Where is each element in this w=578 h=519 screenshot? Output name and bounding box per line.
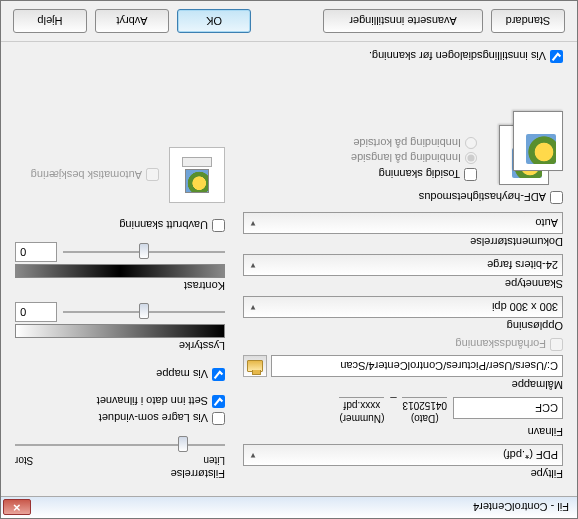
contrast-label: Kontrast: [15, 280, 225, 292]
standard-button[interactable]: Standard: [491, 9, 565, 33]
scantype-select[interactable]: 24-biters farge: [243, 254, 563, 276]
duplex-label: Tosidig skanning: [379, 169, 460, 181]
docsize-label: Dokumentstørrelse: [243, 236, 563, 248]
filename-date-meta: (Dato) 04152013: [403, 397, 448, 424]
show-settings-dialog-label: Vis innstillingsdialogen før skanning.: [369, 51, 546, 63]
insert-date-label: Sett inn dato i filnavnet: [97, 396, 208, 408]
brightness-gradient: [15, 324, 225, 338]
filename-input[interactable]: [453, 397, 563, 419]
bind-long-label: Innbinding på langside: [351, 152, 461, 164]
filesize-large-label: Stor: [15, 455, 33, 466]
resolution-label: Oppløsning: [243, 320, 563, 332]
window-title: Fil - ControlCenter4: [31, 502, 569, 514]
insert-date-checkbox[interactable]: [212, 395, 225, 408]
filesize-small-label: Liten: [203, 455, 225, 466]
cancel-button[interactable]: Avbryt: [95, 9, 169, 33]
scantype-label: Skannetype: [243, 278, 563, 290]
destination-label: Målmappe: [243, 379, 563, 391]
contrast-value[interactable]: 0: [15, 242, 57, 262]
show-saveas-label: Vis Lagre som-vinduet: [99, 413, 208, 425]
duplex-checkbox[interactable]: [464, 168, 477, 181]
show-folder-label: Vis mappe: [156, 369, 208, 381]
contrast-slider[interactable]: [63, 242, 225, 262]
continuous-scan-checkbox[interactable]: [212, 219, 225, 232]
close-icon: ✕: [13, 502, 21, 513]
prescan-label: Forhåndsskanning: [455, 339, 546, 351]
filesize-label: Filstørrelse: [15, 468, 225, 480]
bind-short-radio: [465, 137, 477, 149]
prescan-checkbox: [550, 338, 563, 351]
footer-bar: Standard Avanserte innstillinger OK Avbr…: [1, 1, 577, 42]
filetype-select[interactable]: PDF (*.pdf): [243, 444, 563, 466]
brightness-value[interactable]: 0: [15, 302, 57, 322]
id-card-icon: [182, 157, 212, 167]
adf-highspeed-checkbox[interactable]: [550, 191, 563, 204]
adf-highspeed-label: ADF-høyhastighetsmodus: [419, 192, 546, 204]
page-preview-thumbnail: [493, 115, 563, 185]
dialog-window: Fil - ControlCenter4 ✕ Filtype PDF (*.pd…: [0, 0, 578, 519]
filename-number-meta: (Nummer) xxxx.pdf: [339, 397, 384, 424]
destination-input[interactable]: [271, 355, 563, 377]
filetype-label: Filtype: [243, 468, 563, 480]
close-button[interactable]: ✕: [3, 500, 31, 516]
filesize-slider[interactable]: [15, 435, 225, 455]
bind-long-radio: [465, 152, 477, 164]
dialog-body: Filtype PDF (*.pdf) Filnavn (Dato) 04152…: [1, 67, 577, 496]
brightness-slider[interactable]: [63, 302, 225, 322]
folder-icon: [247, 360, 263, 372]
brightness-label: Lysstyrke: [15, 340, 225, 352]
docsize-select[interactable]: Auto: [243, 212, 563, 234]
contrast-gradient: [15, 264, 225, 278]
bind-short-label: Innbinding på kortside: [353, 137, 461, 149]
resolution-select[interactable]: 300 x 300 dpi: [243, 296, 563, 318]
help-button[interactable]: Hjelp: [13, 9, 87, 33]
continuous-scan-label: Uavbrutt skanning: [119, 220, 208, 232]
autocrop-label: Automatisk beskjæring: [31, 169, 142, 181]
autocrop-preview: [169, 147, 225, 203]
left-column: Filtype PDF (*.pdf) Filnavn (Dato) 04152…: [243, 115, 563, 486]
advanced-settings-button[interactable]: Avanserte innstillinger: [323, 9, 483, 33]
show-saveas-checkbox[interactable]: [212, 412, 225, 425]
filename-number-value: xxxx.pdf: [339, 397, 384, 413]
filename-label: Filnavn: [243, 426, 563, 438]
browse-folder-button[interactable]: [243, 355, 267, 377]
show-settings-dialog-checkbox[interactable]: [550, 50, 563, 63]
filename-date-value: 04152013: [403, 397, 448, 413]
right-column: Filstørrelse Liten Stor Vis Lagre som-vi…: [15, 115, 225, 486]
title-bar: Fil - ControlCenter4 ✕: [1, 496, 577, 518]
ok-button[interactable]: OK: [177, 9, 251, 33]
autocrop-checkbox: [146, 169, 159, 182]
show-folder-checkbox[interactable]: [212, 368, 225, 381]
